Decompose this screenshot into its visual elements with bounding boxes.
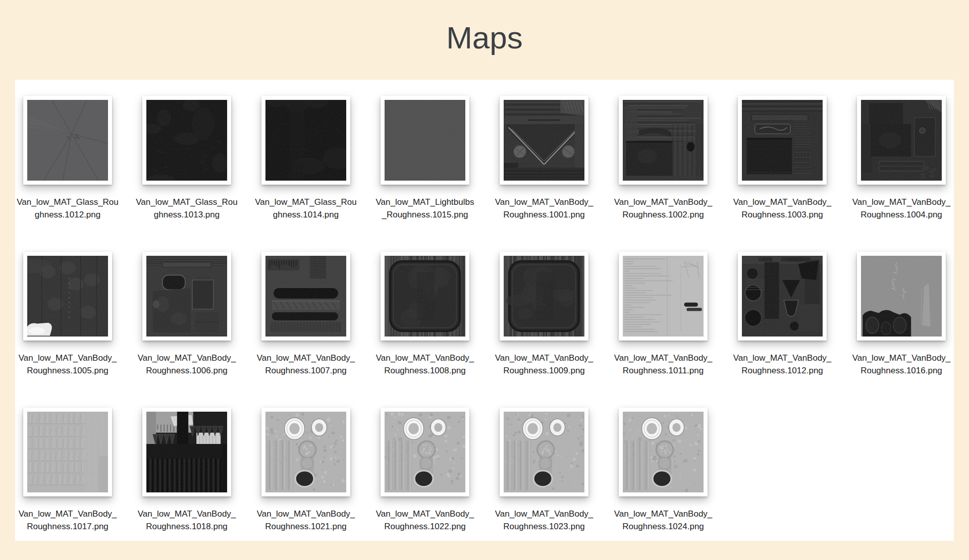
gallery-item: Van_low_MAT_VanBody_ Roughness.1007.png: [246, 252, 365, 377]
map-filename: Van_low_MAT_VanBody_ Roughness.1024.png: [604, 508, 723, 533]
map-thumbnail[interactable]: [857, 252, 946, 341]
map-filename: Van_low_MAT_VanBody_ Roughness.1009.png: [484, 352, 604, 377]
gallery-item: Van_low_MAT_VanBody_ Roughness.1024.png: [604, 408, 723, 533]
gallery-item: Van_low_MAT_VanBody_ Roughness.1006.png: [127, 252, 246, 377]
gallery-item: Van_low_MAT_VanBody_ Roughness.1001.png: [484, 96, 604, 221]
gallery-item: Van_low_MAT_VanBody_ Roughness.1003.png: [723, 96, 842, 221]
map-thumbnail[interactable]: [261, 96, 350, 185]
gallery-item: Van_low_MAT_VanBody_ Roughness.1005.png: [15, 252, 127, 377]
gallery-item: Van_low_MAT_VanBody_ Roughness.1021.png: [246, 408, 365, 533]
map-filename: Van_low_MAT_VanBody_ Roughness.1006.png: [127, 352, 246, 377]
map-filename: Van_low_MAT_VanBody_ Roughness.1021.png: [246, 508, 365, 533]
map-thumbnail[interactable]: [23, 96, 112, 185]
texture-image: [146, 412, 227, 492]
texture-image: [623, 100, 704, 181]
texture-image: [146, 256, 227, 337]
gallery-item: Van_low_MAT_Glass_Rou ghness.1012.png: [15, 96, 127, 221]
map-thumbnail[interactable]: [23, 252, 112, 341]
maps-grid: Van_low_MAT_Glass_Rou ghness.1012.png Va…: [15, 80, 954, 533]
map-filename: Van_low_MAT_VanBody_ Roughness.1018.png: [127, 508, 246, 533]
map-thumbnail[interactable]: [857, 96, 946, 185]
map-filename: Van_low_MAT_VanBody_ Roughness.1005.png: [15, 352, 127, 377]
texture-image: [27, 256, 108, 337]
page-header: Maps: [0, 0, 969, 80]
gallery-item: Van_low_MAT_VanBody_ Roughness.1016.png: [842, 252, 954, 377]
texture-image: [504, 412, 584, 492]
texture-image: [265, 412, 346, 492]
map-filename: Van_low_MAT_VanBody_ Roughness.1016.png: [842, 352, 954, 377]
texture-image: [504, 100, 584, 181]
gallery-item: Van_low_MAT_VanBody_ Roughness.1008.png: [365, 252, 484, 377]
map-filename: Van_low_MAT_VanBody_ Roughness.1003.png: [723, 196, 842, 221]
maps-panel: Van_low_MAT_Glass_Rou ghness.1012.png Va…: [15, 80, 954, 541]
map-thumbnail[interactable]: [23, 408, 112, 496]
map-thumbnail[interactable]: [381, 252, 469, 341]
map-thumbnail[interactable]: [261, 408, 350, 496]
texture-image: [27, 100, 108, 181]
gallery-item: Van_low_MAT_VanBody_ Roughness.1004.png: [842, 96, 954, 221]
texture-image: [861, 100, 942, 181]
texture-image: [742, 256, 823, 337]
gallery-item: Van_low_MAT_VanBody_ Roughness.1017.png: [15, 408, 127, 533]
map-thumbnail[interactable]: [142, 408, 231, 496]
map-thumbnail[interactable]: [500, 252, 588, 341]
map-thumbnail[interactable]: [381, 96, 469, 185]
map-filename: Van_low_MAT_VanBody_ Roughness.1023.png: [484, 508, 604, 533]
gallery-item: Van_low_MAT_Glass_Rou ghness.1014.png: [246, 96, 365, 221]
texture-image: [385, 100, 465, 181]
gallery-item: Van_low_MAT_VanBody_ Roughness.1022.png: [365, 408, 484, 533]
texture-image: [265, 100, 346, 181]
map-filename: Van_low_MAT_VanBody_ Roughness.1012.png: [723, 352, 842, 377]
map-filename: Van_low_MAT_VanBody_ Roughness.1001.png: [484, 196, 604, 221]
texture-image: [27, 412, 108, 492]
map-filename: Van_low_MAT_VanBody_ Roughness.1002.png: [604, 196, 723, 221]
texture-image: [742, 100, 823, 181]
gallery-item: Van_low_MAT_VanBody_ Roughness.1011.png: [604, 252, 723, 377]
texture-image: [385, 412, 465, 492]
gallery-item: Van_low_MAT_VanBody_ Roughness.1012.png: [723, 252, 842, 377]
map-thumbnail[interactable]: [619, 408, 708, 496]
map-filename: Van_low_MAT_VanBody_ Roughness.1017.png: [15, 508, 127, 533]
map-filename: Van_low_MAT_VanBody_ Roughness.1022.png: [365, 508, 484, 533]
gallery-item: Van_low_MAT_Lightbulbs _Roughness.1015.p…: [365, 96, 484, 221]
map-thumbnail[interactable]: [142, 252, 231, 341]
map-filename: Van_low_MAT_VanBody_ Roughness.1008.png: [365, 352, 484, 377]
texture-image: [861, 256, 942, 337]
gallery-item: Van_low_MAT_VanBody_ Roughness.1018.png: [127, 408, 246, 533]
map-filename: Van_low_MAT_Glass_Rou ghness.1013.png: [127, 196, 246, 221]
texture-image: [623, 256, 704, 337]
map-thumbnail[interactable]: [500, 96, 588, 185]
map-thumbnail[interactable]: [381, 408, 469, 496]
map-filename: Van_low_MAT_Glass_Rou ghness.1012.png: [15, 196, 127, 221]
map-filename: Van_low_MAT_Lightbulbs _Roughness.1015.p…: [365, 196, 484, 221]
page-title: Maps: [446, 20, 523, 61]
map-thumbnail[interactable]: [619, 96, 708, 185]
map-filename: Van_low_MAT_Glass_Rou ghness.1014.png: [246, 196, 365, 221]
map-thumbnail[interactable]: [738, 252, 827, 341]
gallery-item: Van_low_MAT_VanBody_ Roughness.1009.png: [484, 252, 604, 377]
texture-image: [623, 412, 704, 492]
gallery-item: Van_low_MAT_Glass_Rou ghness.1013.png: [127, 96, 246, 221]
map-thumbnail[interactable]: [142, 96, 231, 185]
gallery-item: Van_low_MAT_VanBody_ Roughness.1002.png: [604, 96, 723, 221]
texture-image: [146, 100, 227, 181]
map-filename: Van_low_MAT_VanBody_ Roughness.1007.png: [246, 352, 365, 377]
gallery-item: Van_low_MAT_VanBody_ Roughness.1023.png: [484, 408, 604, 533]
map-thumbnail[interactable]: [500, 408, 588, 496]
texture-image: [504, 256, 584, 337]
map-thumbnail[interactable]: [738, 96, 827, 185]
texture-image: [385, 256, 465, 337]
texture-image: [265, 256, 346, 337]
map-filename: Van_low_MAT_VanBody_ Roughness.1004.png: [842, 196, 954, 221]
map-thumbnail[interactable]: [261, 252, 350, 341]
map-filename: Van_low_MAT_VanBody_ Roughness.1011.png: [604, 352, 723, 377]
map-thumbnail[interactable]: [619, 252, 708, 341]
